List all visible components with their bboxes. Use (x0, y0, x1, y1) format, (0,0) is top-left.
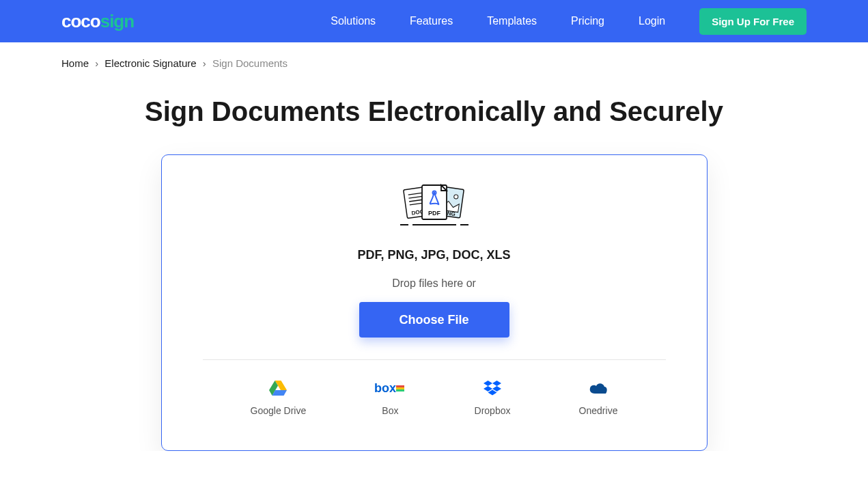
upload-card: DOC PNG PDF PDF, PNG, JPG, DOC, X (161, 154, 708, 451)
nav-login[interactable]: Login (639, 15, 665, 27)
breadcrumb-home[interactable]: Home (61, 57, 89, 69)
breadcrumb: Home › Electronic Signature › Sign Docum… (0, 42, 868, 84)
logo-text-1: coco (61, 11, 100, 31)
provider-label: Box (374, 405, 406, 416)
provider-google-drive[interactable]: Google Drive (251, 381, 307, 416)
logo-text-2: sign (100, 11, 134, 31)
file-type-icons: DOC PNG PDF (203, 182, 666, 230)
breadcrumb-separator: › (203, 57, 206, 69)
dropbox-icon (475, 381, 511, 396)
google-drive-icon (251, 381, 307, 396)
svg-text:box: box (374, 381, 396, 395)
main-header: cocosign Solutions Features Templates Pr… (0, 0, 868, 42)
svg-rect-14 (396, 387, 404, 389)
breadcrumb-separator: › (95, 57, 98, 69)
choose-file-button[interactable]: Choose File (359, 302, 509, 338)
nav-templates[interactable]: Templates (487, 15, 537, 27)
box-icon: box (374, 381, 406, 396)
page-title: Sign Documents Electronically and Secure… (0, 96, 868, 127)
provider-label: Google Drive (251, 405, 307, 416)
svg-point-6 (453, 195, 458, 200)
drop-instruction: Drop files here or (203, 277, 666, 290)
logo[interactable]: cocosign (61, 11, 134, 32)
signup-button[interactable]: Sign Up For Free (699, 8, 807, 35)
svg-rect-13 (396, 385, 404, 387)
main-nav: Solutions Features Templates Pricing Log… (331, 8, 807, 35)
nav-pricing[interactable]: Pricing (571, 15, 604, 27)
breadcrumb-esig[interactable]: Electronic Signature (104, 57, 196, 69)
nav-features[interactable]: Features (410, 15, 453, 27)
supported-formats: PDF, PNG, JPG, DOC, XLS (203, 248, 666, 262)
cloud-providers: Google Drive box Box (203, 381, 666, 416)
svg-rect-15 (396, 389, 404, 391)
nav-solutions[interactable]: Solutions (331, 15, 376, 27)
pdf-label: PDF (428, 210, 441, 217)
divider (203, 359, 666, 360)
provider-onedrive[interactable]: Onedrive (579, 381, 618, 416)
provider-label: Onedrive (579, 405, 618, 416)
provider-box[interactable]: box Box (374, 381, 406, 416)
breadcrumb-current: Sign Documents (212, 57, 288, 69)
provider-label: Dropbox (475, 405, 511, 416)
provider-dropbox[interactable]: Dropbox (475, 381, 511, 416)
onedrive-icon (579, 381, 618, 396)
